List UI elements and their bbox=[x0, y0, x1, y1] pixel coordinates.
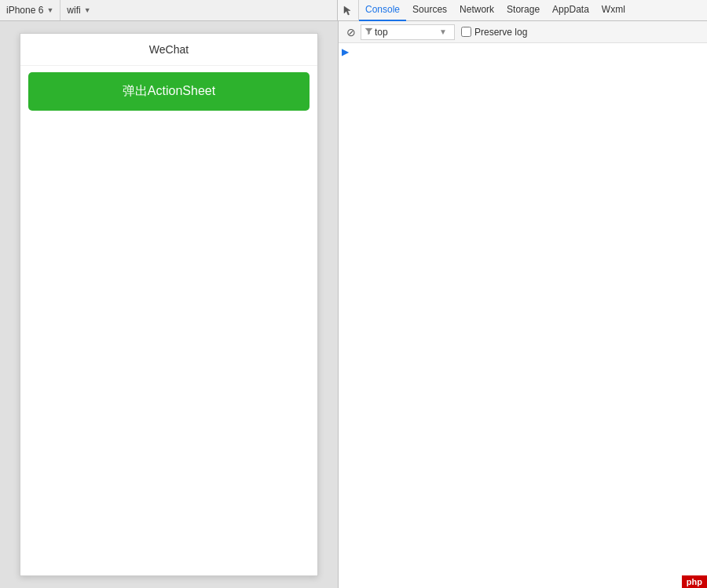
simulator-panel: WeChat 弹出ActionSheet bbox=[0, 21, 338, 588]
devtools-panel: ⊘ ▼ Preserve log ▶ bbox=[338, 21, 707, 588]
action-sheet-button[interactable]: 弹出ActionSheet bbox=[28, 72, 310, 111]
top-bar: iPhone 6 ▼ wifi ▼ Console Sources Networ… bbox=[0, 0, 707, 21]
preserve-log-label: Preserve log bbox=[474, 27, 527, 38]
watermark: php bbox=[682, 575, 707, 588]
network-selector[interactable]: wifi ▼ bbox=[60, 0, 97, 20]
filter-funnel-icon bbox=[364, 27, 373, 35]
tab-wxml[interactable]: Wxml bbox=[595, 0, 632, 21]
network-label: wifi bbox=[67, 5, 80, 16]
device-selector[interactable]: iPhone 6 ▼ bbox=[0, 0, 60, 20]
devtools-tab-bar: Console Sources Network Storage AppData … bbox=[338, 0, 707, 20]
tab-console[interactable]: Console bbox=[359, 0, 406, 21]
phone-content bbox=[20, 117, 317, 575]
tab-storage-label: Storage bbox=[507, 4, 540, 15]
preserve-log-checkbox[interactable] bbox=[461, 27, 471, 37]
tab-wxml-label: Wxml bbox=[602, 4, 625, 15]
tab-network[interactable]: Network bbox=[453, 0, 500, 21]
device-dropdown-arrow: ▼ bbox=[46, 6, 53, 14]
main-content: WeChat 弹出ActionSheet ⊘ ▼ bbox=[0, 21, 707, 588]
cursor-icon bbox=[343, 5, 354, 16]
tab-appdata-label: AppData bbox=[552, 4, 589, 15]
filter-dropdown-arrow[interactable]: ▼ bbox=[439, 27, 447, 36]
devtools-toolbar: ⊘ ▼ Preserve log bbox=[339, 21, 707, 43]
console-arrow[interactable]: ▶ bbox=[342, 46, 349, 57]
tab-storage[interactable]: Storage bbox=[500, 0, 546, 21]
tab-sources[interactable]: Sources bbox=[406, 0, 453, 21]
filter-icon bbox=[364, 27, 373, 37]
network-dropdown-arrow: ▼ bbox=[84, 6, 91, 14]
devtools-content: ▶ bbox=[339, 43, 707, 588]
block-icon[interactable]: ⊘ bbox=[345, 26, 357, 38]
filter-input[interactable] bbox=[375, 27, 438, 38]
tab-console-label: Console bbox=[365, 4, 400, 15]
phone-frame: WeChat 弹出ActionSheet bbox=[20, 33, 318, 576]
tab-network-label: Network bbox=[460, 4, 494, 15]
filter-container: ▼ bbox=[361, 24, 455, 40]
tab-sources-label: Sources bbox=[412, 4, 447, 15]
phone-title: WeChat bbox=[20, 34, 317, 66]
watermark-text: php bbox=[687, 577, 702, 586]
cursor-tool-button[interactable] bbox=[338, 0, 359, 21]
left-top-bar: iPhone 6 ▼ wifi ▼ bbox=[0, 0, 338, 20]
device-label: iPhone 6 bbox=[6, 5, 43, 16]
tab-appdata[interactable]: AppData bbox=[546, 0, 595, 21]
preserve-log-container: Preserve log bbox=[461, 27, 527, 38]
